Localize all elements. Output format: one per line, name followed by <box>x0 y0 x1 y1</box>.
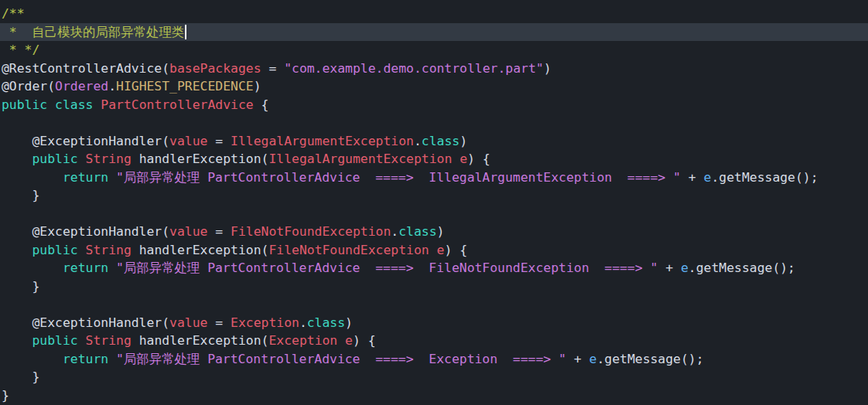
code-line[interactable]: public class PartControllerAdvice { <box>0 96 868 114</box>
code-token: ) <box>345 315 353 330</box>
code-token: "局部异常处理 PartControllerAdvice ====> FileN… <box>116 260 658 275</box>
code-token: . <box>299 315 307 330</box>
code-line[interactable]: @ExceptionHandler(value = Exception.clas… <box>0 314 868 332</box>
code-line[interactable]: public String handlerException(Exception… <box>0 332 868 350</box>
code-token: = <box>207 224 231 239</box>
code-token: @ExceptionHandler( <box>2 224 169 239</box>
code-token: public <box>32 151 77 166</box>
code-token <box>108 352 116 366</box>
code-token: @Order( <box>2 79 55 94</box>
code-token: String <box>86 151 132 166</box>
code-token: = <box>261 61 285 76</box>
code-token: return <box>63 170 108 185</box>
code-token <box>2 333 32 348</box>
code-token: value <box>169 224 207 239</box>
code-token: * 自己模块的局部异常处理类 <box>2 25 184 39</box>
code-token: HIGHEST_PRECEDENCE <box>116 79 254 94</box>
code-token: .getMessage(); <box>711 170 818 185</box>
code-token: * */ <box>2 43 39 57</box>
code-token: } <box>2 279 39 294</box>
code-token <box>2 243 32 257</box>
code-token: } <box>2 369 39 384</box>
code-token: @RestControllerAdvice( <box>2 61 169 76</box>
code-token <box>93 97 101 112</box>
code-line[interactable] <box>0 205 868 223</box>
code-token: String <box>86 243 132 257</box>
code-token: .getMessage(); <box>689 260 795 275</box>
code-token: public <box>32 333 77 348</box>
code-line[interactable]: @ExceptionHandler(value = FileNotFoundEx… <box>0 223 868 241</box>
code-line[interactable]: } <box>0 277 868 296</box>
code-token: + <box>566 352 589 366</box>
code-token <box>47 97 55 112</box>
code-token: return <box>63 260 108 275</box>
code-line[interactable]: /** <box>0 5 868 23</box>
code-token: ) { <box>353 333 376 348</box>
code-line[interactable]: } <box>0 386 868 405</box>
code-token: String <box>86 333 132 348</box>
code-token: + <box>658 260 681 275</box>
code-token: } <box>2 188 39 202</box>
code-token: FileNotFoundException <box>268 243 429 257</box>
code-token: class <box>307 315 345 330</box>
code-line[interactable]: @ExceptionHandler(value = IllegalArgumen… <box>0 132 868 151</box>
code-line[interactable]: return "局部异常处理 PartControllerAdvice ====… <box>0 350 868 369</box>
code-token <box>2 352 63 366</box>
code-line[interactable]: public String handlerException(IllegalAr… <box>0 150 868 168</box>
code-token: public <box>2 97 47 112</box>
code-line[interactable]: } <box>0 186 868 205</box>
code-line[interactable]: return "局部异常处理 PartControllerAdvice ====… <box>0 168 868 187</box>
code-area[interactable]: /** * 自己模块的局部异常处理类 * */@RestControllerAd… <box>0 5 868 404</box>
code-token <box>429 243 437 257</box>
code-token: ) <box>437 224 445 239</box>
code-token: ) { <box>444 243 467 257</box>
code-token <box>2 151 32 166</box>
code-token <box>78 243 86 257</box>
code-token: Exception <box>231 315 299 330</box>
code-token: + <box>681 170 704 185</box>
code-token: .getMessage(); <box>596 352 703 366</box>
code-token: e <box>437 243 445 257</box>
code-token: { <box>254 97 269 112</box>
code-line[interactable] <box>0 114 868 132</box>
code-token: Exception <box>268 333 337 348</box>
code-token: handlerException( <box>132 243 269 257</box>
code-token <box>108 170 116 185</box>
code-token: class <box>398 224 436 239</box>
code-line[interactable]: public String handlerException(FileNotFo… <box>0 241 868 260</box>
code-token: Ordered <box>55 79 108 94</box>
code-token: ) <box>544 61 552 76</box>
code-editor[interactable]: /** * 自己模块的局部异常处理类 * */@RestControllerAd… <box>0 0 868 405</box>
code-token <box>78 333 86 348</box>
code-line-current[interactable]: * 自己模块的局部异常处理类 <box>0 23 868 42</box>
code-token: = <box>207 315 231 330</box>
code-token: PartControllerAdvice <box>101 97 253 112</box>
code-line[interactable]: * */ <box>0 41 868 60</box>
code-token: e <box>704 170 712 185</box>
code-line[interactable]: @RestControllerAdvice(basePackages = "co… <box>0 60 868 78</box>
code-token: . <box>414 134 422 148</box>
code-token: e <box>681 260 689 275</box>
code-line[interactable]: @Order(Ordered.HIGHEST_PRECEDENCE) <box>0 77 868 96</box>
code-token <box>78 151 86 166</box>
code-token: ) <box>254 79 261 94</box>
code-token: return <box>63 352 108 366</box>
code-token: handlerException( <box>132 151 269 166</box>
code-token: class <box>422 134 460 148</box>
code-token: = <box>207 134 231 148</box>
code-token: "局部异常处理 PartControllerAdvice ====> Illeg… <box>116 170 681 185</box>
code-token: public <box>32 243 77 257</box>
code-token: /** <box>2 6 25 21</box>
code-token: @ExceptionHandler( <box>2 315 169 330</box>
code-token: "局部异常处理 PartControllerAdvice ====> Excep… <box>116 352 566 366</box>
code-token: handlerException( <box>132 333 269 348</box>
code-token: @ExceptionHandler( <box>2 134 169 148</box>
code-token: ) { <box>467 151 490 166</box>
code-line[interactable] <box>0 295 868 314</box>
code-token: IllegalArgumentException <box>231 134 414 148</box>
code-token: basePackages <box>169 61 261 76</box>
code-line[interactable]: } <box>0 368 868 386</box>
code-token <box>337 333 345 348</box>
code-line[interactable]: return "局部异常处理 PartControllerAdvice ====… <box>0 259 868 277</box>
code-token: e <box>460 151 467 166</box>
